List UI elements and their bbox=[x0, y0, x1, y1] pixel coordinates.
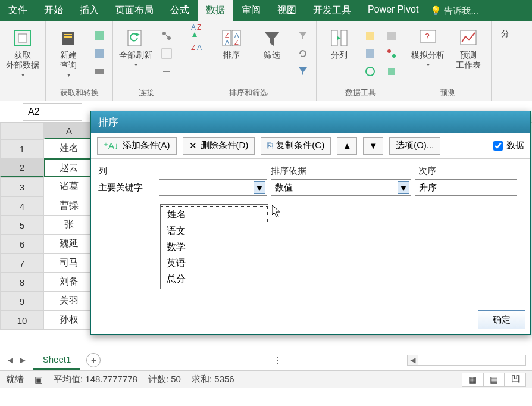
row-header-3[interactable]: 3 bbox=[0, 177, 44, 196]
edit-links-button[interactable] bbox=[158, 63, 175, 80]
ok-button[interactable]: 确定 bbox=[478, 310, 525, 329]
column-select[interactable]: ▼ bbox=[159, 179, 267, 196]
tab-developer[interactable]: 开发工具 bbox=[305, 0, 359, 21]
scroll-left-icon[interactable]: ◄ bbox=[408, 355, 418, 365]
row-header-8[interactable]: 8 bbox=[0, 273, 44, 292]
filter-button[interactable]: 筛选 bbox=[254, 24, 290, 60]
forecast-sheet-button[interactable]: 预测 工作表 bbox=[450, 24, 486, 70]
sort-on-select[interactable]: 数值 ▼ bbox=[271, 179, 411, 196]
manage-data-model-button[interactable] bbox=[383, 63, 400, 80]
data-validation-button[interactable] bbox=[362, 63, 378, 80]
svg-rect-13 bbox=[162, 49, 171, 58]
tab-file[interactable]: 文件 bbox=[0, 0, 36, 21]
svg-text:Z: Z bbox=[191, 43, 195, 52]
macro-record-icon[interactable]: ▣ bbox=[35, 374, 43, 385]
sort-az-button[interactable]: AZZA bbox=[185, 24, 209, 49]
tab-power-pivot[interactable]: Power Pivot bbox=[359, 0, 427, 21]
refresh-all-button[interactable]: 全部刷新 ▾ bbox=[118, 24, 154, 68]
has-header-checkbox[interactable]: 数据 bbox=[493, 140, 524, 151]
sheet-nav-next[interactable]: ► bbox=[18, 355, 27, 365]
flash-fill-button[interactable] bbox=[362, 27, 378, 44]
consolidate-button[interactable] bbox=[383, 27, 400, 44]
dropdown-item-chinese[interactable]: 语文 bbox=[161, 223, 268, 239]
cell-a7[interactable]: 司马 bbox=[44, 254, 94, 273]
tab-view[interactable]: 视图 bbox=[269, 0, 305, 21]
sheet-tab-sheet1[interactable]: Sheet1 bbox=[33, 351, 81, 370]
tell-me-search[interactable]: 💡告诉我... bbox=[430, 0, 478, 21]
cell-a9[interactable]: 关羽 bbox=[44, 292, 94, 311]
cell-a1[interactable]: 姓名 bbox=[44, 139, 94, 158]
chevron-down-icon[interactable]: ▼ bbox=[254, 181, 265, 194]
status-ready: 就绪 bbox=[6, 374, 24, 385]
tab-formulas[interactable]: 公式 bbox=[162, 0, 198, 21]
recent-sources-button[interactable] bbox=[91, 63, 108, 80]
name-box[interactable]: A2 bbox=[23, 103, 82, 121]
normal-view-button[interactable]: ▦ bbox=[462, 373, 483, 387]
svg-point-33 bbox=[366, 67, 374, 76]
move-down-button[interactable]: ▼ bbox=[363, 137, 383, 155]
page-layout-view-button[interactable]: ▤ bbox=[483, 373, 505, 387]
row-header-4[interactable]: 4 bbox=[0, 196, 44, 216]
cell-a5[interactable]: 张 bbox=[44, 216, 94, 235]
remove-duplicates-button[interactable] bbox=[362, 45, 378, 62]
sheet-nav-prev[interactable]: ◄ bbox=[6, 355, 15, 365]
group-button[interactable]: 分 bbox=[496, 24, 514, 39]
row-header-7[interactable]: 7 bbox=[0, 254, 44, 273]
has-header-checkbox-input[interactable] bbox=[493, 141, 503, 151]
tab-page-layout[interactable]: 页面布局 bbox=[107, 0, 162, 21]
row-header-6[interactable]: 6 bbox=[0, 235, 44, 254]
dropdown-item-total[interactable]: 总分 bbox=[161, 271, 268, 288]
sort-az-icon: AZZA bbox=[186, 27, 208, 49]
order-select[interactable]: 升序 bbox=[415, 179, 517, 196]
dropdown-item-math[interactable]: 数学 bbox=[161, 239, 268, 255]
chevron-down-icon[interactable]: ▼ bbox=[398, 181, 409, 194]
relationships-button[interactable] bbox=[383, 45, 400, 62]
cell-a3[interactable]: 诸葛 bbox=[44, 177, 94, 196]
select-all-corner[interactable] bbox=[0, 123, 44, 139]
cell-a6[interactable]: 魏延 bbox=[44, 235, 94, 254]
clear-filter-button[interactable] bbox=[295, 27, 311, 44]
whatif-analysis-button[interactable]: ? 模拟分析 ▾ bbox=[410, 24, 446, 68]
svg-rect-1 bbox=[18, 34, 27, 42]
cell-a4[interactable]: 曹操 bbox=[44, 196, 94, 216]
horizontal-scrollbar[interactable]: ◄ bbox=[407, 355, 526, 366]
tab-home[interactable]: 开始 bbox=[36, 0, 71, 21]
connections-button[interactable] bbox=[158, 27, 175, 44]
cell-a2[interactable]: 赵云 bbox=[44, 158, 94, 177]
row-header-1[interactable]: 1 bbox=[0, 139, 44, 158]
new-query-button[interactable]: 新建 查询 ▾ bbox=[51, 24, 86, 78]
reapply-button[interactable] bbox=[295, 45, 311, 62]
refresh-icon bbox=[125, 27, 146, 49]
cell-a10[interactable]: 孙权 bbox=[44, 311, 94, 330]
tab-review[interactable]: 审阅 bbox=[233, 0, 269, 21]
svg-rect-7 bbox=[95, 69, 104, 74]
get-external-data-button[interactable]: 获取 外部数据 ▾ bbox=[5, 24, 40, 78]
copy-condition-button[interactable]: ⎘复制条件(C) bbox=[261, 137, 331, 155]
show-queries-button[interactable] bbox=[91, 27, 108, 44]
text-to-columns-button[interactable]: 分列 bbox=[321, 24, 357, 60]
delete-condition-button[interactable]: ✕删除条件(D) bbox=[183, 137, 255, 155]
move-up-button[interactable]: ▲ bbox=[337, 137, 357, 155]
row-header-2[interactable]: 2 bbox=[0, 158, 44, 177]
from-table-button[interactable] bbox=[91, 45, 108, 62]
tab-data[interactable]: 数据 bbox=[198, 0, 233, 21]
dialog-title: 排序 bbox=[91, 111, 530, 133]
cell-a8[interactable]: 刘备 bbox=[44, 273, 94, 292]
row-header-10[interactable]: 10 bbox=[0, 311, 44, 330]
row-header-5[interactable]: 5 bbox=[0, 216, 44, 235]
properties-button[interactable] bbox=[158, 45, 175, 62]
add-condition-button[interactable]: ⁺A↓添加条件(A) bbox=[97, 137, 177, 155]
advanced-filter-button[interactable] bbox=[295, 63, 311, 80]
dropdown-item-english[interactable]: 英语 bbox=[161, 255, 268, 271]
options-button[interactable]: 选项(O)... bbox=[389, 137, 440, 155]
sort-button[interactable]: ZAAZ 排序 bbox=[214, 24, 249, 60]
tab-insert[interactable]: 插入 bbox=[71, 0, 107, 21]
row-header-9[interactable]: 9 bbox=[0, 292, 44, 311]
status-bar: 就绪 ▣ 平均值: 148.7777778 计数: 50 求和: 5356 ▦ … bbox=[0, 370, 532, 388]
page-break-view-button[interactable]: 凹 bbox=[505, 373, 526, 387]
col-header-a[interactable]: A bbox=[44, 123, 94, 139]
chevron-down-icon: ▾ bbox=[67, 71, 70, 78]
dropdown-item-name[interactable]: 姓名 bbox=[161, 206, 268, 223]
new-sheet-button[interactable]: + bbox=[86, 353, 101, 367]
sheet-tab-bar: ◄ ► Sheet1 + ⋮ ◄ bbox=[0, 349, 532, 370]
